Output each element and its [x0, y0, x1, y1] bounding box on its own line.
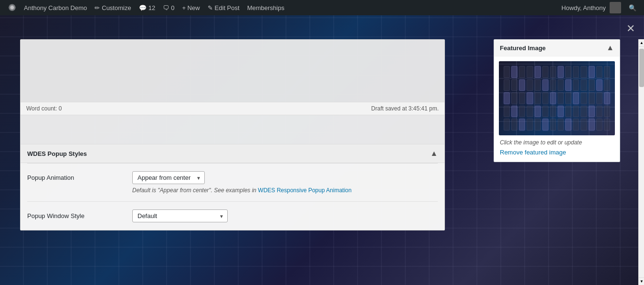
- key: [542, 79, 549, 91]
- key: [527, 92, 533, 104]
- key: [589, 92, 595, 104]
- popup-animation-field: Popup Animation Appear from center Slide…: [21, 164, 444, 201]
- popup-window-style-label: Popup Window Style: [27, 209, 123, 219]
- wp-logo-icon: ✺: [8, 3, 16, 12]
- featured-image-panel: Featured Image ▲: [494, 39, 620, 162]
- key: [504, 119, 510, 131]
- wp-logo-item[interactable]: ✺: [4, 0, 20, 15]
- word-count-bar: Word count: 0 Draft saved at 3:45:41 pm.: [21, 102, 444, 115]
- key: [573, 92, 579, 104]
- new-item[interactable]: + New: [178, 0, 203, 15]
- memberships-label: Memberships: [247, 4, 285, 11]
- edit-icon: ✎: [208, 4, 213, 11]
- key: [550, 92, 556, 104]
- site-name-item[interactable]: Anthony Carbon Demo: [20, 0, 91, 15]
- popup-window-style-field: Popup Window Style Default Style 1 Style…: [21, 202, 444, 230]
- key: [535, 119, 541, 131]
- key: [581, 66, 587, 78]
- edit-post-item[interactable]: ✎ Edit Post: [204, 0, 243, 15]
- howdy-item[interactable]: Howdy, Anthony: [558, 2, 625, 13]
- key: [535, 66, 541, 78]
- key: [550, 66, 556, 78]
- key: [511, 79, 517, 91]
- key: [542, 66, 549, 78]
- key: [527, 106, 533, 118]
- key: [504, 92, 510, 104]
- scrollbar-thumb[interactable]: [639, 49, 644, 87]
- search-item[interactable]: 🔍: [625, 4, 640, 11]
- comments-item[interactable]: 💬 12: [135, 0, 159, 15]
- key: [565, 119, 571, 131]
- scrollbar-arrow-up[interactable]: ▲: [639, 39, 644, 47]
- key: [558, 106, 564, 118]
- key: [504, 66, 510, 78]
- key: [535, 92, 541, 104]
- key: [604, 92, 610, 104]
- scrollbar[interactable]: ▲ ▼: [638, 39, 644, 285]
- section-title: WDES Popup Styles: [27, 150, 87, 157]
- featured-image-toggle-icon[interactable]: ▲: [606, 44, 614, 52]
- popup-animation-select[interactable]: Appear from center Slide from top Slide …: [132, 171, 205, 184]
- key: [573, 106, 579, 118]
- new-label: + New: [182, 4, 200, 11]
- key: [511, 92, 517, 104]
- key: [573, 66, 579, 78]
- popup-window-style-select[interactable]: Default Style 1 Style 2 Style 3: [132, 209, 228, 222]
- popup-animation-select-wrapper: Appear from center Slide from top Slide …: [132, 171, 205, 184]
- customize-label: Customize: [102, 4, 131, 11]
- key: [581, 119, 587, 131]
- key: [589, 106, 595, 118]
- key: [558, 92, 564, 104]
- key: [604, 106, 610, 118]
- admin-bar: ✺ Anthony Carbon Demo ✏ Customize 💬 12 🗨…: [0, 0, 644, 15]
- key: [519, 79, 525, 91]
- key: [519, 119, 525, 131]
- bubble-item[interactable]: 🗨 0: [159, 0, 178, 15]
- key: [558, 66, 564, 78]
- section-header[interactable]: WDES Popup Styles ▲: [21, 144, 444, 163]
- comments-count: 12: [148, 4, 155, 11]
- key: [589, 119, 595, 131]
- key: [519, 92, 525, 104]
- sidebar-header[interactable]: Featured Image ▲: [494, 40, 620, 56]
- key: [604, 119, 610, 131]
- popup-window-style-select-wrapper: Default Style 1 Style 2 Style 3 ▼: [132, 209, 228, 222]
- main-area: ✕ ▲ ▼ Word count: 0 Draft saved at 3:45:…: [0, 15, 644, 285]
- close-button[interactable]: ✕: [624, 22, 637, 35]
- draft-saved: Draft saved at 3:45:41 pm.: [371, 105, 439, 112]
- key: [558, 79, 564, 91]
- key: [565, 106, 571, 118]
- key: [596, 119, 602, 131]
- editor-top: [21, 40, 444, 102]
- scrollbar-arrow-down[interactable]: ▼: [639, 277, 644, 285]
- popup-window-style-content: Default Style 1 Style 2 Style 3 ▼: [132, 209, 438, 222]
- key: [596, 79, 602, 91]
- key: [581, 79, 587, 91]
- hint-text: Default is "Appear from center". See exa…: [132, 187, 258, 194]
- key: [565, 92, 571, 104]
- key: [565, 79, 571, 91]
- key: [535, 106, 541, 118]
- bubble-count: 0: [171, 4, 174, 11]
- key: [504, 79, 510, 91]
- comments-icon: 💬: [139, 4, 147, 11]
- key: [504, 106, 510, 118]
- popup-animation-label: Popup Animation: [27, 171, 123, 181]
- remove-featured-image-link[interactable]: Remove featured image: [499, 148, 615, 157]
- popup-animation-hint: Default is "Appear from center". See exa…: [132, 187, 438, 194]
- featured-image-title: Featured Image: [500, 44, 546, 52]
- key: [511, 106, 517, 118]
- featured-image[interactable]: [499, 61, 615, 135]
- key: [596, 92, 602, 104]
- featured-image-caption: Click the image to edit or update: [499, 139, 615, 146]
- customize-item[interactable]: ✏ Customize: [91, 0, 135, 15]
- editor-panel: Word count: 0 Draft saved at 3:45:41 pm.…: [20, 39, 445, 230]
- howdy-label: Howdy, Anthony: [561, 4, 606, 11]
- key: [596, 66, 602, 78]
- hint-link[interactable]: WDES Responsive Popup Animation: [258, 187, 351, 194]
- customize-icon: ✏: [95, 4, 100, 11]
- key: [604, 79, 610, 91]
- memberships-item[interactable]: Memberships: [243, 0, 288, 15]
- key: [527, 79, 533, 91]
- key: [511, 66, 517, 78]
